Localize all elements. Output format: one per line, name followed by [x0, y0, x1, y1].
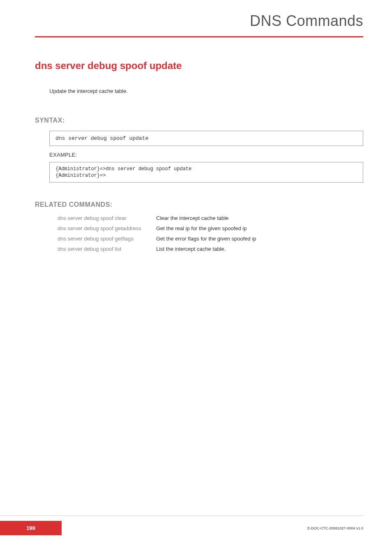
related-command-desc: Get the real ip for the given spoofed ip [156, 225, 247, 231]
page-footer: 198 E-DOC-CTC-20061027-0004 v1.0 [0, 516, 392, 535]
related-command-link[interactable]: dns server debug spoof getaddress [58, 225, 156, 231]
related-command-link[interactable]: dns server debug spoof getflags [58, 236, 156, 242]
related-command-desc: Get the error flags for the given spoofe… [156, 236, 256, 242]
related-command-desc: Clear the intercept cache table [156, 215, 228, 221]
related-command-desc: List the intercept cache table. [156, 246, 226, 252]
related-command-link[interactable]: dns server debug spoof list [58, 246, 156, 252]
document-id: E-DOC-CTC-20061027-0004 v1.0 [307, 526, 363, 530]
header-rule [35, 36, 363, 37]
footer-rule [0, 516, 363, 516]
related-commands-table: dns server debug spoof clear Clear the i… [58, 215, 363, 252]
syntax-heading: SYNTAX: [35, 117, 363, 124]
page-number-badge: 198 [0, 521, 62, 535]
syntax-code: dns server debug spoof update [49, 131, 363, 146]
related-row: dns server debug spoof list List the int… [58, 246, 363, 252]
command-title: dns server debug spoof update [35, 60, 363, 72]
example-label: EXAMPLE: [49, 152, 363, 158]
related-command-link[interactable]: dns server debug spoof clear [58, 215, 156, 221]
related-row: dns server debug spoof getaddress Get th… [58, 225, 363, 231]
related-heading: RELATED COMMANDS: [35, 201, 363, 208]
command-description: Update the intercept cache table. [49, 88, 363, 94]
related-row: dns server debug spoof getflags Get the … [58, 236, 363, 242]
related-row: dns server debug spoof clear Clear the i… [58, 215, 363, 221]
example-code: {Administrator}=>dns server debug spoof … [49, 162, 363, 183]
header-title: DNS Commands [35, 12, 363, 36]
